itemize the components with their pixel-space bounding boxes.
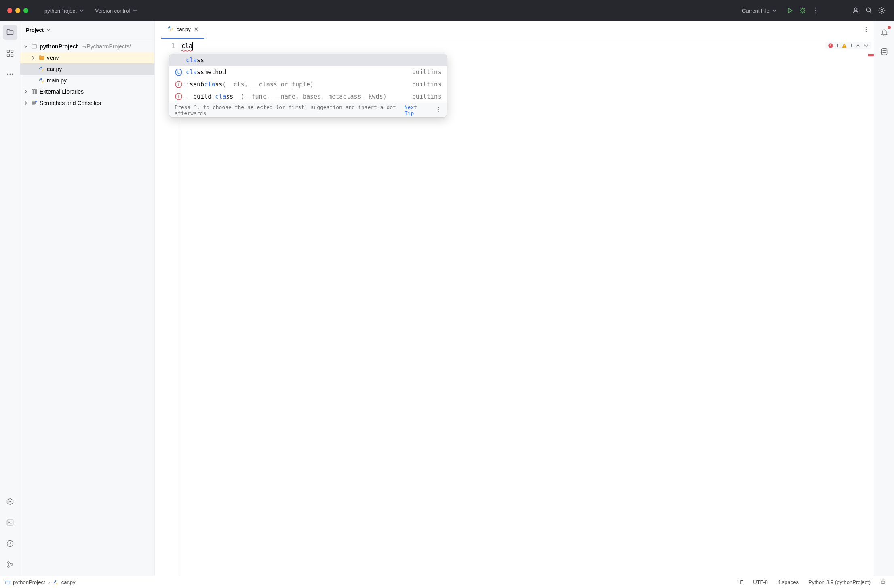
tree-ext-lib-label: External Libraries xyxy=(40,88,84,95)
project-dropdown[interactable]: pythonProject xyxy=(43,6,86,15)
completion-tail: builtins xyxy=(412,93,441,100)
chevron-down-icon[interactable] xyxy=(23,44,29,49)
warning-count: 1 xyxy=(850,42,853,48)
editor-body[interactable]: 1 cla 1 1 clas xyxy=(155,39,874,576)
completion-text: ss xyxy=(197,57,204,64)
editor-tabs-more[interactable] xyxy=(862,26,870,34)
vcs-dropdown[interactable]: Version control xyxy=(94,6,139,15)
project-name-label: pythonProject xyxy=(44,8,77,14)
svg-point-6 xyxy=(881,10,883,12)
library-icon xyxy=(31,88,38,95)
window-close-button[interactable] xyxy=(7,8,12,13)
svg-point-4 xyxy=(854,8,857,10)
breadcrumb-project-label: pythonProject xyxy=(13,579,45,585)
svg-rect-10 xyxy=(11,54,13,57)
more-actions-button[interactable] xyxy=(811,6,820,15)
chevron-right-icon[interactable] xyxy=(30,55,36,60)
window-zoom-button[interactable] xyxy=(23,8,28,13)
svg-point-19 xyxy=(11,564,13,565)
tree-venv[interactable]: venv xyxy=(20,52,154,63)
error-stripe-mark[interactable] xyxy=(868,54,874,56)
status-interpreter[interactable]: Python 3.9 (pythonProject) xyxy=(805,579,874,585)
tree-external-libraries[interactable]: External Libraries xyxy=(20,86,154,97)
chevron-down-icon xyxy=(46,27,51,32)
completion-item-class[interactable]: class xyxy=(169,54,447,66)
svg-point-23 xyxy=(35,101,37,102)
completion-pre: issub xyxy=(186,81,204,88)
completion-popup: class C classmethod builtins f issubclas… xyxy=(169,54,447,118)
completion-item-issubclass[interactable]: f issubclass(__cls, __class_or_tuple) bu… xyxy=(169,78,447,90)
completion-highlight: cla xyxy=(204,81,215,88)
completion-tail: builtins xyxy=(412,81,441,88)
completion-highlight: cla xyxy=(186,69,197,76)
settings-button[interactable] xyxy=(877,6,887,15)
close-tab-button[interactable]: ✕ xyxy=(194,26,198,32)
completion-params: (__func, __name, bases, metaclass, kwds) xyxy=(240,93,386,100)
completion-footer-more[interactable] xyxy=(435,106,441,114)
run-config-dropdown[interactable]: Current File xyxy=(740,6,778,15)
git-tool-button[interactable] xyxy=(3,557,17,572)
gutter-divider xyxy=(179,39,179,576)
window-minimize-button[interactable] xyxy=(15,8,20,13)
project-tool-button[interactable] xyxy=(3,25,17,40)
function-icon: f xyxy=(175,92,183,101)
project-pane-header[interactable]: Project xyxy=(20,21,154,39)
python-file-icon xyxy=(38,65,45,73)
tree-root[interactable]: pythonProject ~/PycharmProjects/ xyxy=(20,41,154,52)
gutter: 1 xyxy=(155,39,179,576)
tree-scratches[interactable]: Scratches and Consoles xyxy=(20,97,154,109)
status-encoding[interactable]: UTF-8 xyxy=(750,579,771,585)
svg-rect-8 xyxy=(11,50,13,53)
editor-tab-car[interactable]: car.py ✕ xyxy=(161,21,204,39)
completion-item-build-class[interactable]: f __build_class__(__func, __name, bases,… xyxy=(169,90,447,103)
next-tip-link[interactable]: Next Tip xyxy=(405,104,427,116)
chevron-right-icon[interactable] xyxy=(23,89,29,94)
run-button[interactable] xyxy=(785,6,795,15)
svg-rect-7 xyxy=(7,50,9,53)
code-line-1[interactable]: cla xyxy=(181,42,193,50)
next-highlight-button[interactable] xyxy=(863,43,869,48)
completion-text: ss__ xyxy=(226,93,240,100)
prev-highlight-button[interactable] xyxy=(855,43,861,48)
tree-file-car[interactable]: car.py xyxy=(20,63,154,75)
svg-point-25 xyxy=(866,29,867,30)
terminal-tool-button[interactable] xyxy=(3,515,17,530)
completion-item-classmethod[interactable]: C classmethod builtins xyxy=(169,66,447,78)
chevron-down-icon xyxy=(772,8,777,13)
database-tool-button[interactable] xyxy=(877,44,892,59)
breadcrumb-project[interactable]: pythonProject xyxy=(5,579,45,585)
chevron-right-icon[interactable] xyxy=(23,101,29,105)
warning-icon xyxy=(841,43,847,48)
problems-tool-button[interactable] xyxy=(3,536,17,551)
statusbar: pythonProject › car.py LF UTF-8 4 spaces… xyxy=(0,576,894,588)
structure-tool-button[interactable] xyxy=(3,46,17,61)
code-text: cla xyxy=(181,42,192,50)
status-line-separator[interactable]: LF xyxy=(734,579,746,585)
text-caret xyxy=(192,42,193,50)
inspections-widget[interactable]: 1 1 xyxy=(825,42,871,49)
breadcrumb-file[interactable]: car.py xyxy=(53,579,76,585)
more-tool-button[interactable] xyxy=(3,67,17,82)
status-indent[interactable]: 4 spaces xyxy=(774,579,802,585)
code-with-me-button[interactable] xyxy=(851,6,861,15)
editor-tab-label: car.py xyxy=(177,26,191,32)
python-file-icon xyxy=(53,580,59,585)
scratches-icon xyxy=(31,99,38,107)
status-readonly-toggle[interactable] xyxy=(877,579,889,586)
completion-footer: Press ^. to choose the selected (or firs… xyxy=(169,103,447,117)
notifications-button[interactable] xyxy=(877,25,892,40)
tree-file-main[interactable]: main.py xyxy=(20,75,154,86)
svg-rect-39 xyxy=(881,581,885,584)
svg-point-24 xyxy=(866,27,867,28)
breadcrumb-separator: › xyxy=(48,579,50,585)
project-tree: pythonProject ~/PycharmProjects/ venv ca… xyxy=(20,39,154,110)
class-icon: C xyxy=(175,68,183,76)
search-everywhere-button[interactable] xyxy=(864,6,874,15)
debug-button[interactable] xyxy=(798,6,808,15)
svg-point-12 xyxy=(9,74,11,75)
project-pane: Project pythonProject ~/PycharmProjects/… xyxy=(20,21,155,576)
svg-point-35 xyxy=(438,109,439,110)
error-squiggle xyxy=(181,50,194,52)
left-toolbar xyxy=(0,21,20,576)
services-tool-button[interactable] xyxy=(3,494,17,509)
